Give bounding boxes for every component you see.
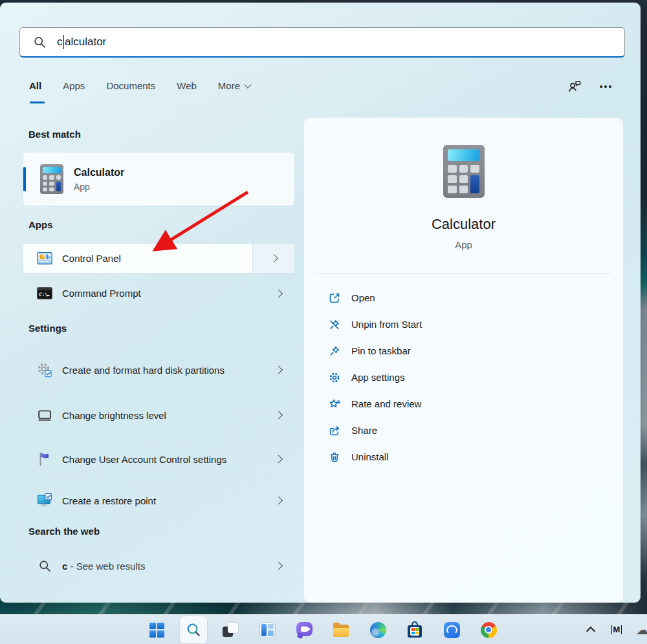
section-header-web: Search the web — [28, 526, 100, 537]
result-brightness[interactable]: Change brightness level — [23, 401, 294, 429]
section-header-best-match: Best match — [28, 129, 81, 140]
action-list: Open Unpin from Start Pin to taskbar — [304, 284, 623, 470]
best-match-subtitle: App — [74, 182, 124, 192]
app-detail-panel: Calculator App Open Unpin from Start — [304, 118, 623, 603]
result-restore-point[interactable]: Create a restore point — [23, 486, 294, 515]
result-label: Create and format hard disk partitions — [62, 362, 225, 378]
onedrive-cloud-icon — [636, 622, 647, 638]
microsoft-store-icon — [408, 625, 422, 638]
tab-web[interactable]: Web — [177, 80, 197, 91]
chevron-right-icon[interactable] — [274, 289, 283, 297]
action-label: Share — [351, 425, 377, 436]
open-icon — [327, 291, 342, 305]
taskbar-start-button[interactable] — [142, 616, 171, 644]
action-rate-and-review[interactable]: Rate and review — [304, 391, 623, 417]
taskbar: M — [0, 614, 647, 644]
svg-text:C:\: C:\ — [39, 292, 48, 297]
action-label: Unpin from Start — [351, 319, 422, 330]
tray-show-hidden-icons-button[interactable] — [581, 615, 600, 644]
result-label: Create a restore point — [62, 493, 156, 509]
chevron-right-icon[interactable] — [274, 455, 283, 464]
search-filter-tabs: All Apps Documents Web More — [29, 80, 250, 91]
result-control-panel[interactable]: Control Panel — [23, 244, 294, 273]
action-label: Uninstall — [351, 451, 389, 462]
windows-logo-icon — [149, 623, 164, 638]
file-explorer-icon — [333, 625, 349, 637]
chevron-right-icon[interactable] — [274, 366, 283, 374]
result-label: c - See web results — [62, 558, 145, 574]
action-unpin-from-start[interactable]: Unpin from Start — [304, 311, 623, 338]
action-uninstall[interactable]: Uninstall — [304, 444, 623, 470]
action-open[interactable]: Open — [304, 284, 623, 311]
task-view-icon — [223, 622, 238, 638]
action-share[interactable]: Share — [304, 417, 623, 444]
command-prompt-icon: C:\ — [36, 287, 53, 299]
edge-icon — [370, 622, 386, 638]
ellipsis-icon[interactable] — [599, 81, 613, 92]
calculator-icon-large — [443, 145, 485, 198]
active-tab-underline — [30, 102, 45, 103]
phone-link-icon — [444, 622, 460, 638]
tab-all[interactable]: All — [29, 80, 41, 91]
tray-ime-indicator[interactable]: M — [606, 615, 628, 644]
chevron-right-icon[interactable] — [274, 411, 283, 420]
chevron-right-icon[interactable] — [274, 562, 283, 570]
taskbar-task-view-button[interactable] — [216, 616, 245, 644]
taskbar-search-button[interactable] — [179, 616, 208, 644]
taskbar-chrome-button[interactable] — [474, 616, 503, 644]
result-command-prompt[interactable]: C:\ Command Prompt — [23, 279, 294, 308]
uac-flag-icon — [36, 451, 53, 467]
result-web-search[interactable]: c - See web results — [23, 551, 294, 581]
expand-result-button[interactable] — [252, 244, 294, 273]
tab-apps[interactable]: Apps — [63, 80, 85, 91]
result-disk-partitions[interactable]: Create and format hard disk partitions — [23, 349, 294, 391]
text-cursor — [63, 35, 65, 49]
chevron-right-icon — [270, 254, 278, 263]
ime-language-label: M — [611, 625, 622, 634]
settings-gear-icon — [327, 370, 342, 385]
control-panel-icon — [36, 252, 53, 264]
result-label: Change brightness level — [62, 407, 166, 424]
chrome-icon — [481, 622, 497, 638]
tab-more[interactable]: More — [218, 80, 250, 91]
taskbar-store-button[interactable] — [400, 616, 429, 644]
result-label: Change User Account Control settings — [62, 451, 226, 467]
monitor-icon — [36, 408, 53, 422]
chevron-right-icon[interactable] — [274, 497, 283, 505]
action-label: Rate and review — [351, 398, 421, 409]
search-icon — [36, 559, 53, 573]
taskbar-phone-button[interactable] — [437, 616, 466, 644]
share-icon — [327, 424, 342, 438]
widgets-icon — [259, 622, 276, 638]
restore-point-icon — [36, 492, 53, 509]
unpin-icon — [327, 317, 342, 332]
person-chat-icon[interactable] — [567, 79, 582, 94]
detail-app-subtitle: App — [304, 239, 623, 250]
taskbar-edge-button[interactable] — [364, 616, 392, 644]
taskbar-file-explorer-button[interactable] — [327, 616, 355, 644]
section-header-settings: Settings — [28, 323, 67, 334]
result-label: Command Prompt — [62, 285, 141, 301]
best-match-title: Calculator — [74, 167, 124, 178]
detail-app-title: Calculator — [304, 216, 623, 233]
action-label: App settings — [351, 372, 405, 383]
action-label: Open — [351, 292, 375, 303]
result-label: Control Panel — [62, 250, 121, 266]
result-uac[interactable]: Change User Account Control settings — [23, 438, 294, 480]
chevron-up-icon — [586, 627, 595, 636]
search-flyout-window: calculator All Apps Documents Web More B… — [0, 3, 641, 603]
disk-partition-gear-icon — [36, 361, 53, 378]
rate-star-icon — [327, 397, 342, 411]
search-icon — [33, 36, 47, 49]
action-app-settings[interactable]: App settings — [304, 364, 623, 391]
tab-documents[interactable]: Documents — [106, 80, 155, 91]
detail-divider — [316, 273, 611, 274]
best-match-result-calculator[interactable]: Calculator App — [23, 153, 294, 206]
search-input[interactable]: calculator — [19, 27, 625, 58]
taskbar-widgets-button[interactable] — [253, 616, 281, 644]
pin-icon — [327, 344, 342, 358]
taskbar-chat-button[interactable] — [290, 616, 318, 644]
action-pin-to-taskbar[interactable]: Pin to taskbar — [304, 338, 623, 364]
tray-onedrive-button[interactable] — [631, 615, 647, 644]
calculator-icon — [40, 164, 63, 194]
